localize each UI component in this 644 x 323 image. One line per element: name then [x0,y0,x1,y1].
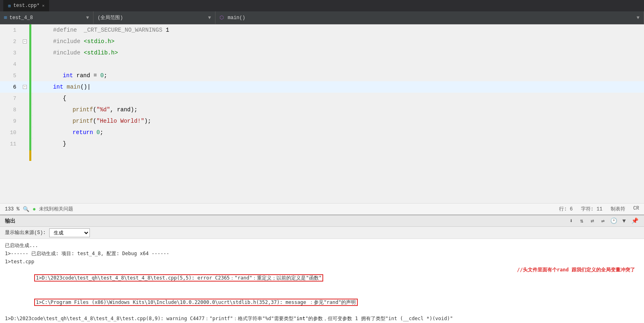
line-num-5: 5 [0,73,20,79]
error-block: 1>D:\2023code\test_qh\test_4_8\test_4_8\… [5,266,639,314]
line-num-1: 1 [0,27,20,33]
change-indicator-bar [29,24,31,150]
toolbar-btn-5[interactable]: 🕐 [609,217,618,225]
func-nav-dropdown[interactable]: ⬡ main() ▼ [215,11,644,24]
line-num-9: 9 [0,118,20,124]
output-toolbar: ⬇ ⇅ ⇄ ⇌ 🕐 ▼ 📌 [567,217,639,225]
source-dropdown[interactable]: 生成 [49,228,90,237]
col-indicator: 字符: 11 [581,206,603,212]
scope-nav-arrow: ▼ [208,15,211,21]
file-tab[interactable]: ⊞ test.cpp* ✕ [3,0,49,11]
output-line-1: 已启动生成... [5,241,639,249]
collapse-2[interactable]: – [23,39,27,43]
file-nav-label: test_4_8 [9,15,33,21]
tab-close-button[interactable]: ✕ [42,3,44,8]
toolbar-btn-2[interactable]: ⇅ [577,217,586,225]
toolbar-btn-1[interactable]: ⬇ [567,217,576,225]
line-num-11: 11 [0,141,20,147]
code-line-3: 3 #include <stdlib.h> [0,47,644,59]
row-indicator: 行: 6 [559,206,573,212]
line-num-6: 6 [0,84,20,90]
zoom-icon: 🔍 [23,206,29,212]
status-message: 未找到相关问题 [39,206,73,212]
pin-button[interactable]: 📌 [630,217,639,225]
func-nav-icon: ⬡ [220,15,224,21]
output-header: 输出 ⬇ ⇅ ⇄ ⇌ 🕐 ▼ 📌 [0,215,644,227]
line-num-2: 2 [0,39,20,45]
file-icon: ⊞ [8,3,11,9]
dock-button[interactable]: ▼ [620,217,629,225]
code-line-6: 6 – int main()| [0,81,644,93]
line-num-7: 7 [0,95,20,102]
output-line-5: 1>C:\Program Files (x86)\Windows Kits\10… [5,290,639,314]
output-line-3: 1>test.cpp [5,258,639,266]
tab-type: 制表符 [611,206,625,212]
code-line-11: 11 } [0,138,644,150]
line-num-4: 4 [0,61,20,67]
func-nav-arrow: ▼ [637,15,640,21]
output-filter-bar: 显示输出来源(S): 生成 [0,227,644,239]
error-highlight-2: 1>C:\Program Files (x86)\Windows Kits\10… [34,299,357,306]
line-num-3: 3 [0,50,20,56]
annotation-comment: //头文件里面有个rand 跟我们定义的全局变量冲突了 [517,266,635,274]
output-title: 输出 [5,217,15,225]
file-nav-arrow: ▼ [86,15,89,21]
tab-label: test.cpp* [13,3,40,9]
code-text-11[interactable]: } [33,134,66,154]
output-line-6: 1>D:\2023code\test_qh\test_4_8\test_4_8\… [5,314,639,323]
line-num-8: 8 [0,107,20,113]
toolbar-btn-3[interactable]: ⇄ [588,217,597,225]
func-nav-label: main() [228,15,245,21]
filter-label: 显示输出来源(S): [5,229,46,236]
code-line-10: 10 return 0; [0,127,644,138]
output-panel: 输出 ⬇ ⇅ ⇄ ⇌ 🕐 ▼ 📌 显示输出来源(S): 生成 已启动生成... … [0,215,644,323]
error-highlight: 1>D:\2023code\test_qh\test_4_8\test_4_8\… [34,274,323,282]
status-right: 行: 6 字符: 11 制表符 CR [559,206,639,212]
zoom-level: 133 % [5,206,20,212]
code-line-5: 5 int rand = 0; [0,70,644,81]
status-bar: 133 % 🔍 ● 未找到相关问题 行: 6 字符: 11 制表符 CR [0,203,644,215]
encoding: CR [633,206,639,212]
output-line-2: 1>------ 已启动生成: 项目: test_4_8, 配置: Debug … [5,249,639,258]
line-num-10: 10 [0,130,20,136]
file-nav-icon: ⊞ [4,15,7,21]
output-content[interactable]: 已启动生成... 1>------ 已启动生成: 项目: test_4_8, 配… [0,239,644,323]
title-bar: ⊞ test.cpp* ✕ [0,0,644,11]
change-indicator-bar-yellow [29,150,31,161]
editor-area: 1 #define _CRT_SECURE_NO_WARNINGS 1 2 – … [0,24,644,203]
collapse-6[interactable]: – [23,85,27,89]
gutter-2: – [20,39,29,43]
gutter-6: – [20,85,29,89]
status-check-icon: ● [33,206,36,212]
source-select[interactable]: 生成 [49,228,90,237]
toolbar-btn-4[interactable]: ⇌ [598,217,607,225]
